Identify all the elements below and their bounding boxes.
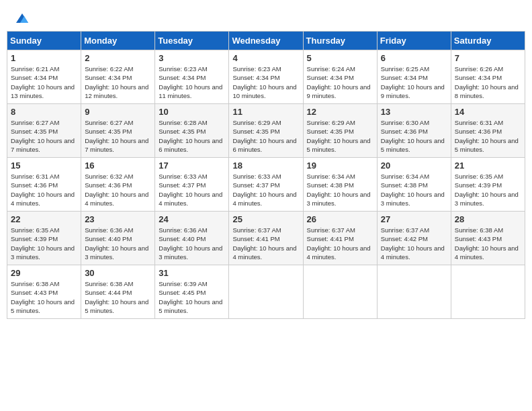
day-number: 30 <box>85 268 151 278</box>
day-info: Sunrise: 6:37 AMSunset: 4:41 PMDaylight:… <box>307 226 371 261</box>
day-number: 3 <box>159 53 225 63</box>
day-info: Sunrise: 6:22 AMSunset: 4:34 PMDaylight:… <box>85 65 148 99</box>
col-header-thursday: Thursday <box>303 32 377 50</box>
calendar-cell: 16 Sunrise: 6:32 AMSunset: 4:36 PMDaylig… <box>81 158 155 212</box>
calendar-cell: 10 Sunrise: 6:28 AMSunset: 4:35 PMDaylig… <box>155 104 229 158</box>
day-info: Sunrise: 6:37 AMSunset: 4:41 PMDaylight:… <box>232 226 296 261</box>
day-number: 7 <box>455 53 521 63</box>
calendar-cell: 8 Sunrise: 6:27 AMSunset: 4:35 PMDayligh… <box>7 104 81 158</box>
calendar-cell: 11 Sunrise: 6:29 AMSunset: 4:35 PMDaylig… <box>229 104 303 158</box>
calendar-cell: 21 Sunrise: 6:35 AMSunset: 4:39 PMDaylig… <box>451 158 525 212</box>
day-number: 23 <box>85 214 151 224</box>
calendar-table: SundayMondayTuesdayWednesdayThursdayFrid… <box>7 31 525 319</box>
day-info: Sunrise: 6:35 AMSunset: 4:39 PMDaylight:… <box>455 173 519 207</box>
day-number: 16 <box>85 161 151 171</box>
day-info: Sunrise: 6:38 AMSunset: 4:44 PMDaylight:… <box>85 280 148 314</box>
calendar-cell: 18 Sunrise: 6:33 AMSunset: 4:37 PMDaylig… <box>229 158 303 212</box>
calendar-cell: 9 Sunrise: 6:27 AMSunset: 4:35 PMDayligh… <box>81 104 155 158</box>
calendar-cell: 1 Sunrise: 6:21 AMSunset: 4:34 PMDayligh… <box>7 50 81 104</box>
day-number: 21 <box>455 161 521 171</box>
day-info: Sunrise: 6:36 AMSunset: 4:40 PMDaylight:… <box>85 226 148 261</box>
day-info: Sunrise: 6:30 AMSunset: 4:36 PMDaylight:… <box>381 119 445 153</box>
day-info: Sunrise: 6:21 AMSunset: 4:34 PMDaylight:… <box>11 65 75 99</box>
day-info: Sunrise: 6:35 AMSunset: 4:39 PMDaylight:… <box>11 226 75 261</box>
calendar-cell: 25 Sunrise: 6:37 AMSunset: 4:41 PMDaylig… <box>229 212 303 265</box>
calendar-cell: 15 Sunrise: 6:31 AMSunset: 4:36 PMDaylig… <box>7 158 81 212</box>
day-number: 22 <box>11 214 77 224</box>
calendar-cell: 6 Sunrise: 6:25 AMSunset: 4:34 PMDayligh… <box>377 50 451 104</box>
calendar-cell: 23 Sunrise: 6:36 AMSunset: 4:40 PMDaylig… <box>81 212 155 265</box>
calendar-cell <box>303 265 377 319</box>
day-info: Sunrise: 6:24 AMSunset: 4:34 PMDaylight:… <box>307 65 371 99</box>
col-header-wednesday: Wednesday <box>229 32 303 50</box>
day-number: 6 <box>381 53 447 63</box>
logo <box>13 12 30 24</box>
calendar-cell: 13 Sunrise: 6:30 AMSunset: 4:36 PMDaylig… <box>377 104 451 158</box>
col-header-saturday: Saturday <box>451 32 525 50</box>
day-number: 1 <box>11 53 77 63</box>
day-number: 20 <box>381 161 447 171</box>
day-number: 15 <box>11 161 77 171</box>
calendar-cell: 2 Sunrise: 6:22 AMSunset: 4:34 PMDayligh… <box>81 50 155 104</box>
calendar-cell: 28 Sunrise: 6:38 AMSunset: 4:43 PMDaylig… <box>451 212 525 265</box>
col-header-monday: Monday <box>81 32 155 50</box>
calendar-cell: 19 Sunrise: 6:34 AMSunset: 4:38 PMDaylig… <box>303 158 377 212</box>
day-number: 10 <box>159 107 225 117</box>
day-info: Sunrise: 6:31 AMSunset: 4:36 PMDaylight:… <box>11 173 75 207</box>
day-number: 5 <box>307 53 373 63</box>
day-info: Sunrise: 6:31 AMSunset: 4:36 PMDaylight:… <box>455 119 519 153</box>
calendar-cell: 31 Sunrise: 6:39 AMSunset: 4:45 PMDaylig… <box>155 265 229 319</box>
day-number: 11 <box>232 107 299 117</box>
day-info: Sunrise: 6:27 AMSunset: 4:35 PMDaylight:… <box>85 119 148 153</box>
day-info: Sunrise: 6:34 AMSunset: 4:38 PMDaylight:… <box>307 173 371 207</box>
day-number: 25 <box>232 214 299 224</box>
day-info: Sunrise: 6:36 AMSunset: 4:40 PMDaylight:… <box>159 226 222 261</box>
day-number: 19 <box>307 161 373 171</box>
day-number: 18 <box>232 161 299 171</box>
day-info: Sunrise: 6:26 AMSunset: 4:34 PMDaylight:… <box>455 65 519 99</box>
calendar-cell <box>377 265 451 319</box>
day-info: Sunrise: 6:23 AMSunset: 4:34 PMDaylight:… <box>159 65 222 99</box>
header <box>7 7 525 27</box>
calendar-cell: 17 Sunrise: 6:33 AMSunset: 4:37 PMDaylig… <box>155 158 229 212</box>
day-info: Sunrise: 6:27 AMSunset: 4:35 PMDaylight:… <box>11 119 75 153</box>
calendar-cell: 5 Sunrise: 6:24 AMSunset: 4:34 PMDayligh… <box>303 50 377 104</box>
day-info: Sunrise: 6:38 AMSunset: 4:43 PMDaylight:… <box>455 226 519 261</box>
day-number: 8 <box>11 107 77 117</box>
calendar-cell: 7 Sunrise: 6:26 AMSunset: 4:34 PMDayligh… <box>451 50 525 104</box>
calendar-cell: 24 Sunrise: 6:36 AMSunset: 4:40 PMDaylig… <box>155 212 229 265</box>
day-info: Sunrise: 6:37 AMSunset: 4:42 PMDaylight:… <box>381 226 445 261</box>
day-number: 31 <box>159 268 225 278</box>
day-number: 4 <box>232 53 299 63</box>
calendar-cell: 3 Sunrise: 6:23 AMSunset: 4:34 PMDayligh… <box>155 50 229 104</box>
calendar-cell: 14 Sunrise: 6:31 AMSunset: 4:36 PMDaylig… <box>451 104 525 158</box>
day-number: 29 <box>11 268 77 278</box>
calendar-cell: 22 Sunrise: 6:35 AMSunset: 4:39 PMDaylig… <box>7 212 81 265</box>
day-info: Sunrise: 6:38 AMSunset: 4:43 PMDaylight:… <box>11 280 75 314</box>
day-info: Sunrise: 6:23 AMSunset: 4:34 PMDaylight:… <box>232 65 296 99</box>
day-info: Sunrise: 6:29 AMSunset: 4:35 PMDaylight:… <box>232 119 296 153</box>
day-number: 17 <box>159 161 225 171</box>
logo-icon <box>15 12 30 24</box>
day-number: 26 <box>307 214 373 224</box>
day-number: 28 <box>455 214 521 224</box>
day-number: 12 <box>307 107 373 117</box>
day-info: Sunrise: 6:32 AMSunset: 4:36 PMDaylight:… <box>85 173 148 207</box>
calendar-cell: 12 Sunrise: 6:29 AMSunset: 4:35 PMDaylig… <box>303 104 377 158</box>
day-number: 2 <box>85 53 151 63</box>
day-info: Sunrise: 6:33 AMSunset: 4:37 PMDaylight:… <box>159 173 222 207</box>
calendar-cell: 4 Sunrise: 6:23 AMSunset: 4:34 PMDayligh… <box>229 50 303 104</box>
day-number: 13 <box>381 107 447 117</box>
day-number: 9 <box>85 107 151 117</box>
calendar-cell: 26 Sunrise: 6:37 AMSunset: 4:41 PMDaylig… <box>303 212 377 265</box>
day-info: Sunrise: 6:25 AMSunset: 4:34 PMDaylight:… <box>381 65 445 99</box>
calendar-cell: 27 Sunrise: 6:37 AMSunset: 4:42 PMDaylig… <box>377 212 451 265</box>
calendar-cell: 30 Sunrise: 6:38 AMSunset: 4:44 PMDaylig… <box>81 265 155 319</box>
col-header-sunday: Sunday <box>7 32 81 50</box>
day-info: Sunrise: 6:34 AMSunset: 4:38 PMDaylight:… <box>381 173 445 207</box>
day-info: Sunrise: 6:28 AMSunset: 4:35 PMDaylight:… <box>159 119 222 153</box>
calendar-cell <box>451 265 525 319</box>
day-number: 27 <box>381 214 447 224</box>
col-header-tuesday: Tuesday <box>155 32 229 50</box>
day-number: 24 <box>159 214 225 224</box>
